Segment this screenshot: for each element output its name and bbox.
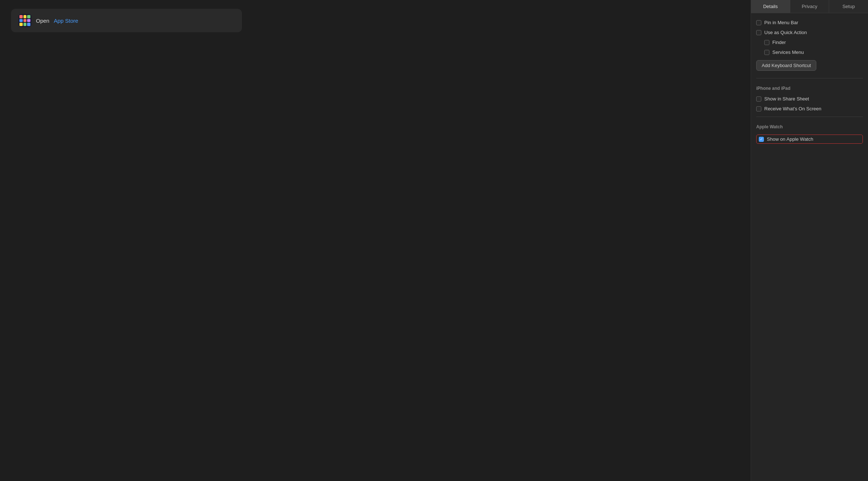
main-area: Open App Store [0,0,751,481]
add-keyboard-shortcut-button[interactable]: Add Keyboard Shortcut [756,60,816,71]
services-menu-label: Services Menu [772,49,804,55]
services-menu-checkbox[interactable] [764,50,769,55]
divider-1 [756,78,863,78]
open-label: Open [36,18,49,24]
app-store-link[interactable]: App Store [54,18,78,24]
show-share-sheet-label: Show in Share Sheet [764,96,809,102]
divider-2 [756,117,863,117]
finder-checkbox[interactable] [764,40,769,45]
tab-privacy[interactable]: Privacy [790,0,830,13]
finder-label: Finder [772,40,786,45]
pin-menu-bar-label: Pin in Menu Bar [764,20,798,25]
sidebar-content: Pin in Menu Bar Use as Quick Action Find… [751,13,868,150]
tab-bar: Details Privacy Setup [751,0,868,13]
tab-details[interactable]: Details [751,0,790,13]
use-quick-action-label: Use as Quick Action [764,30,807,35]
tab-setup[interactable]: Setup [829,0,868,13]
use-quick-action-checkbox[interactable] [756,30,761,35]
show-share-sheet-checkbox[interactable] [756,96,761,102]
receive-whats-on-screen-label: Receive What's On Screen [764,106,821,111]
finder-row: Finder [756,39,863,46]
show-apple-watch-row: Show on Apple Watch [756,135,863,144]
app-icon [18,14,32,27]
show-apple-watch-checkbox[interactable] [759,137,764,142]
show-share-sheet-row: Show in Share Sheet [756,95,863,102]
services-menu-row: Services Menu [756,49,863,56]
iphone-ipad-section-label: iPhone and iPad [756,86,863,91]
pin-menu-bar-checkbox[interactable] [756,20,761,25]
pin-menu-bar-row: Pin in Menu Bar [756,19,863,26]
receive-whats-on-screen-row: Receive What's On Screen [756,105,863,112]
action-bar: Open App Store [11,9,242,32]
sidebar: Details Privacy Setup Pin in Menu Bar Us… [751,0,868,481]
show-apple-watch-label: Show on Apple Watch [767,136,813,142]
use-quick-action-row: Use as Quick Action [756,29,863,36]
apple-watch-section-label: Apple Watch [756,124,863,129]
receive-whats-on-screen-checkbox[interactable] [756,106,761,111]
